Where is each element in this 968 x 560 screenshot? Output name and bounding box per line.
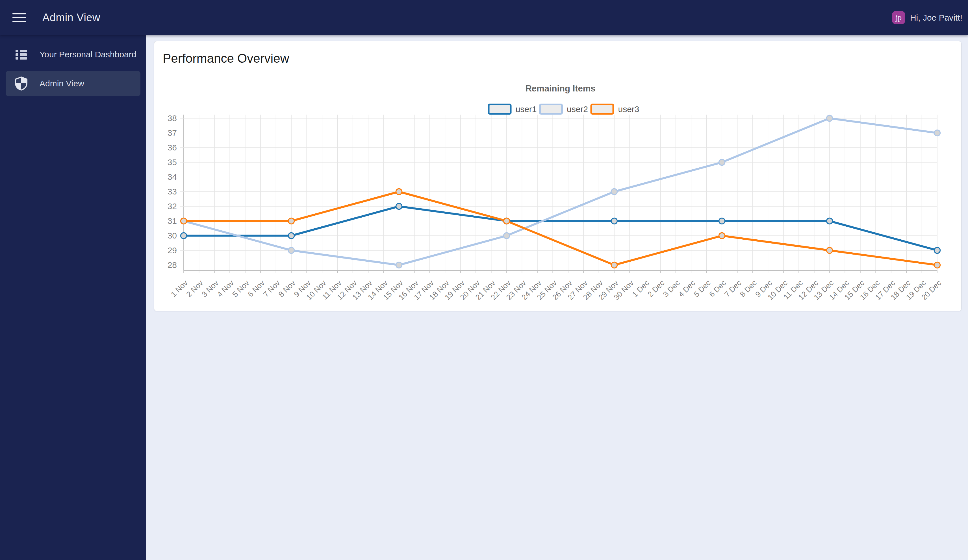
- svg-text:7 Nov: 7 Nov: [262, 279, 282, 299]
- data-point[interactable]: [288, 248, 294, 253]
- avatar[interactable]: jp: [892, 11, 905, 24]
- svg-text:31: 31: [167, 216, 177, 226]
- user-greeting: Hi, Joe Pavitt!: [910, 13, 962, 23]
- data-point[interactable]: [719, 218, 725, 224]
- svg-text:5 Dec: 5 Dec: [692, 279, 712, 299]
- legend-item-user1[interactable]: user1: [489, 104, 537, 114]
- data-point[interactable]: [934, 130, 940, 136]
- legend-swatch-user3: [592, 104, 613, 114]
- svg-text:4 Nov: 4 Nov: [215, 279, 235, 299]
- sidebar-item-label: Admin View: [40, 79, 84, 88]
- chart-legend: user1user2user3: [489, 104, 640, 114]
- y-axis-labels: 2829303132333435363738: [167, 114, 177, 269]
- hamburger-bar: [12, 13, 26, 15]
- data-point[interactable]: [612, 218, 617, 224]
- hamburger-bar: [12, 21, 26, 22]
- legend-label-user2: user2: [567, 104, 588, 114]
- svg-text:28: 28: [167, 260, 177, 269]
- svg-text:32: 32: [167, 202, 177, 211]
- sidebar-nav: Your Personal Dashboard Admin View: [0, 42, 146, 96]
- svg-text:5 Nov: 5 Nov: [231, 279, 251, 299]
- chart-title: Remaining Items: [525, 84, 595, 93]
- data-point[interactable]: [719, 159, 725, 165]
- data-point[interactable]: [181, 218, 187, 224]
- series-line-user3: [184, 192, 937, 265]
- data-point[interactable]: [396, 189, 402, 195]
- svg-text:1 Dec: 1 Dec: [631, 279, 651, 299]
- data-point[interactable]: [827, 116, 833, 121]
- legend-item-user3[interactable]: user3: [592, 104, 640, 114]
- sidebar-item-label: Your Personal Dashboard: [40, 50, 136, 59]
- svg-text:35: 35: [167, 157, 177, 167]
- svg-text:2 Nov: 2 Nov: [185, 279, 205, 299]
- performance-card: Performance Overview 2829303132333435363…: [154, 41, 961, 311]
- svg-text:7 Dec: 7 Dec: [723, 279, 743, 299]
- hamburger-menu-button[interactable]: [12, 13, 26, 22]
- data-point[interactable]: [396, 262, 402, 268]
- sidebar-item-personal-dashboard[interactable]: Your Personal Dashboard: [6, 42, 141, 67]
- svg-text:34: 34: [167, 172, 177, 182]
- svg-text:29: 29: [167, 246, 177, 255]
- svg-text:37: 37: [167, 128, 177, 137]
- series-points-user1[interactable]: [181, 203, 940, 253]
- svg-text:8 Nov: 8 Nov: [277, 279, 297, 299]
- svg-text:1 Nov: 1 Nov: [169, 279, 189, 299]
- svg-text:4 Dec: 4 Dec: [677, 279, 697, 299]
- legend-label-user3: user3: [618, 104, 640, 114]
- data-point[interactable]: [396, 203, 402, 210]
- legend-swatch-user2: [540, 104, 562, 114]
- app-title: Admin View: [42, 12, 100, 24]
- data-point[interactable]: [827, 248, 833, 253]
- svg-text:2 Dec: 2 Dec: [646, 279, 666, 299]
- svg-text:36: 36: [167, 143, 177, 152]
- svg-text:3 Nov: 3 Nov: [200, 279, 220, 299]
- top-bar: Admin View jp Hi, Joe Pavitt!: [0, 0, 968, 35]
- data-point[interactable]: [288, 218, 294, 224]
- data-point[interactable]: [612, 189, 617, 195]
- main-content: Performance Overview 2829303132333435363…: [146, 35, 968, 560]
- data-point[interactable]: [181, 233, 187, 239]
- data-point[interactable]: [934, 248, 940, 253]
- svg-text:30: 30: [167, 231, 177, 240]
- data-point[interactable]: [612, 262, 617, 268]
- data-point[interactable]: [719, 233, 725, 239]
- legend-swatch-user1: [489, 104, 511, 114]
- legend-label-user1: user1: [515, 104, 537, 114]
- data-point[interactable]: [288, 233, 294, 239]
- svg-text:6 Dec: 6 Dec: [708, 279, 728, 299]
- sidebar-item-admin-view[interactable]: Admin View: [6, 71, 141, 96]
- hamburger-bar: [12, 17, 26, 18]
- svg-text:33: 33: [167, 187, 177, 196]
- data-point[interactable]: [504, 218, 510, 224]
- x-axis-labels: 1 Nov2 Nov3 Nov4 Nov5 Nov6 Nov7 Nov8 Nov…: [169, 279, 943, 302]
- shield-icon: [14, 76, 28, 91]
- user-area: jp Hi, Joe Pavitt!: [892, 11, 962, 24]
- legend-item-user2[interactable]: user2: [540, 104, 588, 114]
- svg-text:6 Nov: 6 Nov: [246, 279, 266, 299]
- data-point[interactable]: [504, 233, 510, 239]
- series-points-user3[interactable]: [181, 189, 940, 268]
- avatar-initials: jp: [896, 13, 902, 22]
- svg-text:38: 38: [167, 114, 177, 123]
- data-point[interactable]: [934, 262, 940, 268]
- remaining-items-chart[interactable]: 28293031323334353637381 Nov2 Nov3 Nov4 N…: [154, 41, 962, 312]
- svg-text:8 Dec: 8 Dec: [738, 279, 758, 299]
- data-point[interactable]: [827, 218, 833, 224]
- sidebar: Your Personal Dashboard Admin View: [0, 35, 146, 560]
- list-icon: [14, 48, 28, 61]
- svg-text:3 Dec: 3 Dec: [661, 279, 681, 299]
